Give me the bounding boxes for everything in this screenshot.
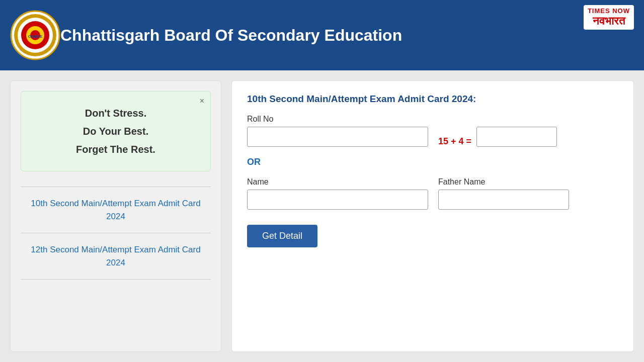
get-detail-button[interactable]: Get Detail bbox=[247, 225, 317, 247]
roll-no-group: Roll No bbox=[247, 115, 428, 147]
left-panel: × Don't Stress. Do Your Best. Forget The… bbox=[10, 80, 221, 352]
nav-link-10th[interactable]: 10th Second Main/Attempt Exam Admit Card… bbox=[21, 190, 211, 230]
motivational-line2: Do Your Best. bbox=[36, 122, 195, 140]
board-logo: CGBSE bbox=[10, 10, 60, 60]
name-row: Name Father Name bbox=[247, 177, 618, 210]
nav-divider-3 bbox=[21, 279, 211, 280]
roll-no-input[interactable] bbox=[247, 127, 428, 147]
brand-top-text: TIMES NOW bbox=[588, 7, 630, 15]
name-input[interactable] bbox=[247, 190, 428, 210]
captcha-equation: 15 + 4 = bbox=[438, 136, 471, 147]
roll-no-row: Roll No 15 + 4 = bbox=[247, 115, 618, 147]
main-content: × Don't Stress. Do Your Best. Forget The… bbox=[0, 70, 644, 362]
svg-text:CGBSE: CGBSE bbox=[28, 34, 43, 39]
section-title: 10th Second Main/Attempt Exam Admit Card… bbox=[247, 94, 618, 105]
brand-logo: TIMES NOW नवभारत bbox=[584, 5, 634, 30]
name-label: Name bbox=[247, 177, 428, 187]
or-divider: OR bbox=[247, 157, 618, 167]
father-name-input[interactable] bbox=[438, 190, 569, 210]
nav-divider-2 bbox=[21, 233, 211, 233]
header: CGBSE Chhattisgarh Board Of Secondary Ed… bbox=[0, 0, 644, 70]
motivational-line1: Don't Stress. bbox=[36, 104, 195, 122]
nav-link-12th[interactable]: 12th Second Main/Attempt Exam Admit Card… bbox=[21, 236, 211, 277]
father-name-label: Father Name bbox=[438, 177, 569, 187]
father-name-group: Father Name bbox=[438, 177, 569, 210]
nav-divider-1 bbox=[21, 187, 211, 187]
brand-now: NOW bbox=[612, 7, 630, 15]
captcha-input[interactable] bbox=[476, 127, 557, 147]
brand-times: TIMES bbox=[588, 7, 612, 15]
motivational-line3: Forget The Rest. bbox=[36, 140, 195, 158]
right-panel: 10th Second Main/Attempt Exam Admit Card… bbox=[231, 80, 634, 352]
close-button[interactable]: × bbox=[200, 97, 204, 106]
name-group: Name bbox=[247, 177, 428, 210]
header-title: Chhattisgarh Board Of Secondary Educatio… bbox=[60, 26, 634, 45]
motivational-box: × Don't Stress. Do Your Best. Forget The… bbox=[21, 91, 211, 171]
roll-no-label: Roll No bbox=[247, 115, 428, 124]
brand-nav-text: नवभारत bbox=[588, 15, 630, 28]
